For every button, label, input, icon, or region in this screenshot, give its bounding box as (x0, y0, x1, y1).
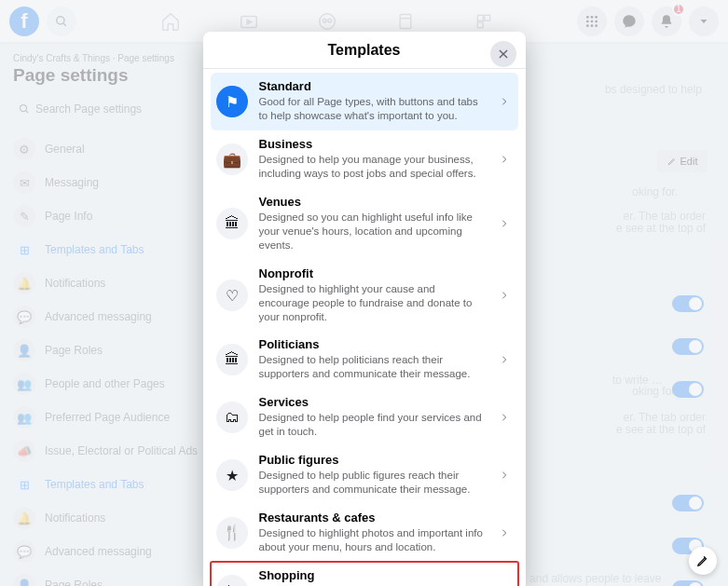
template-row[interactable]: 💼BusinessDesigned to help you manage you… (211, 130, 518, 188)
template-name: Services (259, 396, 488, 410)
template-icon: 💼 (216, 143, 248, 175)
template-name: Venues (259, 196, 488, 210)
template-text: Public figuresDesigned to help public fi… (259, 454, 488, 497)
edit-icon (696, 554, 709, 567)
template-desc: Designed to help politicians reach their… (259, 353, 488, 381)
chevron-right-icon (500, 216, 513, 231)
template-text: ShoppingDesigned to showcase products an… (259, 569, 488, 586)
chevron-right-icon (500, 94, 513, 109)
template-text: BusinessDesigned to help you manage your… (259, 138, 488, 181)
template-row[interactable]: 🗂ServicesDesigned to help people find yo… (211, 388, 518, 446)
compose-fab[interactable] (689, 547, 717, 575)
template-row[interactable]: ⚑StandardGood for all Page types, with b… (211, 73, 518, 130)
chevron-right-icon (500, 468, 513, 483)
template-desc: Designed to help public figures reach th… (259, 469, 488, 497)
close-icon (497, 48, 510, 61)
template-text: PoliticiansDesigned to help politicians … (259, 338, 488, 381)
chevron-right-icon (500, 525, 513, 540)
template-icon: 🗂 (216, 402, 248, 433)
templates-modal: Templates ⚑StandardGood for all Page typ… (203, 32, 526, 586)
chevron-right-icon (500, 288, 513, 303)
chevron-right-icon (500, 410, 513, 425)
modal-title: Templates (328, 42, 401, 59)
template-name: Nonprofit (259, 267, 488, 281)
template-desc: Good for all Page types, with buttons an… (259, 95, 488, 123)
chevron-right-icon (500, 152, 513, 167)
chevron-right-icon (500, 352, 513, 367)
template-icon: 🏛 (216, 208, 248, 239)
template-row[interactable]: 🏛VenuesDesigned so you can highlight use… (211, 188, 518, 260)
template-desc: Designed to highlight photos and importa… (259, 526, 488, 554)
template-row[interactable]: 🏛PoliticiansDesigned to help politicians… (211, 331, 518, 388)
template-name: Business (259, 138, 488, 152)
template-desc: Designed to help you manage your busines… (259, 153, 488, 181)
template-icon: ⚑ (216, 86, 248, 117)
template-text: ServicesDesigned to help people find you… (259, 396, 488, 439)
template-row[interactable]: ★Public figuresDesigned to help public f… (211, 446, 518, 504)
template-icon: ★ (216, 459, 248, 491)
modal-body[interactable]: ⚑StandardGood for all Page types, with b… (203, 69, 526, 586)
template-icon: 🏛 (216, 344, 248, 375)
template-row[interactable]: 🛍ShoppingDesigned to showcase products a… (211, 562, 518, 586)
template-icon: ♡ (216, 279, 248, 311)
template-name: Public figures (259, 454, 488, 468)
template-icon: 🍴 (216, 517, 248, 549)
modal-header: Templates (203, 32, 526, 69)
template-desc: Designed to highlight your cause and enc… (259, 282, 488, 324)
template-desc: Designed so you can highlight useful inf… (259, 211, 488, 252)
template-row[interactable]: 🍴Restaurants & cafesDesigned to highligh… (211, 504, 518, 562)
chevron-right-icon (500, 583, 513, 586)
template-desc: Designed to help people find your servic… (259, 411, 488, 439)
template-text: Restaurants & cafesDesigned to highlight… (259, 511, 488, 554)
template-name: Standard (259, 80, 488, 94)
template-icon: 🛍 (216, 575, 248, 586)
template-name: Shopping (259, 569, 488, 583)
close-button[interactable] (490, 41, 516, 67)
template-name: Restaurants & cafes (259, 511, 488, 525)
template-text: NonprofitDesigned to highlight your caus… (259, 267, 488, 324)
template-row[interactable]: ♡NonprofitDesigned to highlight your cau… (211, 260, 518, 332)
template-name: Politicians (259, 338, 488, 352)
template-text: VenuesDesigned so you can highlight usef… (259, 196, 488, 252)
template-text: StandardGood for all Page types, with bu… (259, 80, 488, 123)
